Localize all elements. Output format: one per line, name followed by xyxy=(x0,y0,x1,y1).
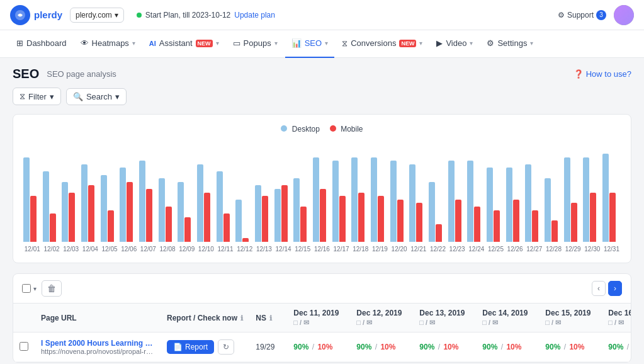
mobile-legend-dot xyxy=(330,125,336,132)
chart-legend: Desktop Mobile xyxy=(23,125,621,134)
nav-item-popups[interactable]: ▭ Popups ▾ xyxy=(227,30,284,58)
chart-label: 12/23 xyxy=(448,246,466,253)
bar-desktop xyxy=(448,161,455,242)
heatmaps-icon: 👁 xyxy=(81,38,89,48)
bar-desktop xyxy=(467,161,473,242)
chart-label: 12/01 xyxy=(23,246,42,253)
bar-group xyxy=(487,168,505,242)
row-dec15-cell: 90% / 10% xyxy=(539,333,602,362)
chart-label: 12/25 xyxy=(487,246,505,253)
support-label: Support xyxy=(567,11,594,20)
bar-group xyxy=(217,171,235,242)
bar-group xyxy=(351,157,370,242)
conversions-new-badge: NEW xyxy=(399,40,416,47)
nav-item-settings[interactable]: ⚙ Settings ▾ xyxy=(480,30,539,58)
bar-group xyxy=(197,164,215,242)
chart-label: 12/13 xyxy=(255,246,273,253)
assistant-new-badge: NEW xyxy=(196,40,213,47)
chart-label: 12/20 xyxy=(390,246,409,253)
next-page-button[interactable]: › xyxy=(608,281,622,296)
desktop-legend-dot xyxy=(281,125,287,132)
pct-green-dec12: 90% xyxy=(356,343,371,351)
filter-button[interactable]: ⧖ Filter ▾ xyxy=(13,88,61,105)
gear-icon: ⚙ xyxy=(558,11,565,20)
nav-item-seo[interactable]: 📊 SEO ▾ xyxy=(285,30,334,58)
chart-label: 12/03 xyxy=(62,246,80,253)
report-label: Report xyxy=(185,343,208,351)
chart-label: 12/29 xyxy=(564,246,582,253)
bar-desktop xyxy=(274,189,281,242)
nav-item-heatmaps[interactable]: 👁 Heatmaps ▾ xyxy=(74,30,142,58)
pct-red-dec12: 10% xyxy=(380,343,395,351)
video-icon: ▶ xyxy=(436,38,443,48)
nav-item-conversions[interactable]: ⧖ Conversions NEW ▾ xyxy=(336,30,429,58)
support-button[interactable]: ⚙ Support 3 xyxy=(558,10,606,20)
refresh-icon: ↻ xyxy=(223,343,229,351)
refresh-button[interactable]: ↻ xyxy=(218,339,234,355)
nav-item-video[interactable]: ▶ Video ▾ xyxy=(430,30,479,58)
row-dec13-cell: 90% / 10% xyxy=(413,333,476,362)
bar-mobile xyxy=(262,196,268,242)
bar-desktop xyxy=(313,157,319,242)
chevron-left-icon: ‹ xyxy=(597,284,600,293)
select-all-checkbox[interactable] xyxy=(22,284,31,293)
nav-item-assistant[interactable]: AI Assistant NEW ▾ xyxy=(143,30,225,58)
bar-desktop xyxy=(178,182,184,242)
chevron-down-icon: ▾ xyxy=(419,40,422,47)
bar-group xyxy=(602,154,621,242)
chevron-down-icon: ▾ xyxy=(216,40,219,47)
th-ns: NS ℹ xyxy=(249,304,287,333)
update-plan-link[interactable]: Update plan xyxy=(234,11,275,20)
pct-red-dec15: 10% xyxy=(569,343,584,351)
chart-label: 12/24 xyxy=(467,246,485,253)
chevron-down-icon: ▾ xyxy=(33,285,37,292)
bar-mobile xyxy=(223,213,230,242)
chart-label: 12/05 xyxy=(101,246,119,253)
bar-mobile xyxy=(184,217,191,242)
help-icon: ℹ xyxy=(269,314,272,322)
dashboard-icon: ⊞ xyxy=(16,38,23,48)
plan-badge: Start Plan, till 2023-10-12 Update plan xyxy=(137,11,275,20)
row-dec16-cell: 90% / 10% xyxy=(602,333,631,362)
bar-group xyxy=(235,200,254,242)
report-button[interactable]: 📄 Report xyxy=(167,340,214,354)
chevron-down-icon: ▾ xyxy=(530,40,533,47)
th-dec15: Dec 15, 2019 □ / ✉ xyxy=(539,304,602,333)
site-selector[interactable]: plerdy.com ▾ xyxy=(70,8,124,23)
search-button[interactable]: 🔍 Search ▾ xyxy=(66,88,127,105)
bar-desktop xyxy=(23,157,30,242)
main-nav: ⊞ Dashboard 👁 Heatmaps ▾ AI Assistant NE… xyxy=(0,30,644,58)
pct-green-dec14: 90% xyxy=(482,343,497,351)
prev-page-button[interactable]: ‹ xyxy=(592,281,606,296)
ai-icon: AI xyxy=(149,40,156,47)
nav-item-dashboard[interactable]: ⊞ Dashboard xyxy=(10,30,73,58)
how-to-use-link[interactable]: ❓ How to use? xyxy=(573,69,631,79)
page-url-text: https://novena.pro/novosti/propal-rezhim… xyxy=(41,348,154,355)
delete-button[interactable]: 🗑 xyxy=(42,280,62,297)
row-checkbox[interactable] xyxy=(20,342,28,351)
bar-desktop xyxy=(602,154,609,242)
chevron-down-icon: ▾ xyxy=(115,11,118,20)
sub-icons-dec12: □ / ✉ xyxy=(356,319,372,327)
nav-label-assistant: Assistant xyxy=(159,38,193,48)
bar-group xyxy=(178,182,196,242)
page-header: SEO SEO page analysis ❓ How to use? xyxy=(0,58,644,88)
nav-label-heatmaps: Heatmaps xyxy=(92,38,129,48)
chart-label: 12/19 xyxy=(371,246,389,253)
chart-label: 12/26 xyxy=(506,246,524,253)
support-count: 3 xyxy=(596,10,606,20)
bar-group xyxy=(429,182,447,242)
chart-label: 12/18 xyxy=(351,246,370,253)
report-actions: 📄 Report ↻ xyxy=(167,339,243,355)
bar-desktop xyxy=(564,157,570,242)
chart-bar-icon: 📊 xyxy=(291,38,302,48)
chart-label: 12/08 xyxy=(159,246,177,253)
user-avatar[interactable] xyxy=(614,5,634,25)
pct-red-dec13: 10% xyxy=(443,343,458,351)
page-title-link[interactable]: I Spent 2000 Hours Learning How To... xyxy=(41,339,154,348)
chevron-down-icon: ▾ xyxy=(325,40,328,47)
legend-mobile: Mobile xyxy=(330,125,363,134)
bar-desktop xyxy=(293,178,300,242)
document-icon: 📄 xyxy=(173,343,183,351)
site-name: plerdy.com xyxy=(76,11,112,20)
